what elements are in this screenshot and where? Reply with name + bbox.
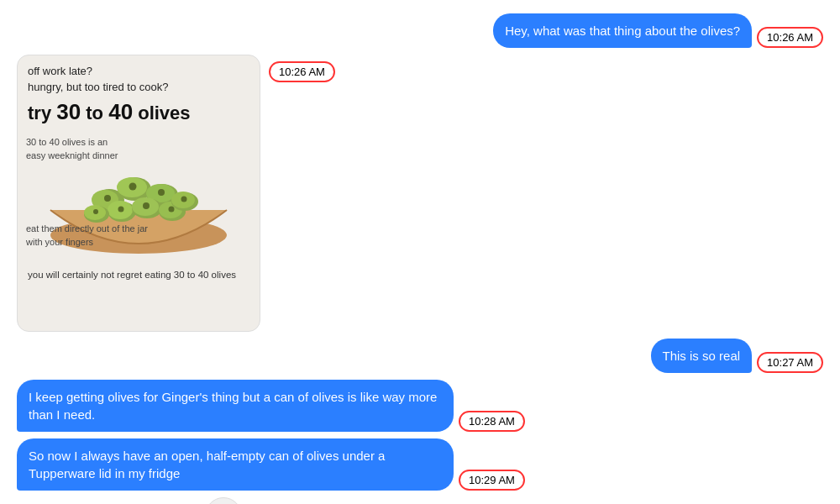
message-row-2: off work late? hungry, but too tired to … xyxy=(17,55,823,332)
message-row-3: This is so real 10:27 AM xyxy=(17,339,823,373)
bubble-5: So now I always have an open, half-empty… xyxy=(17,438,454,491)
meme-bottom-text: you will certainly not regret eating 30 … xyxy=(18,265,260,285)
bubble-4: I keep getting olives for Ginger's thing… xyxy=(17,380,454,432)
meme-image-area: 30 to 40 olives is an easy weeknight din… xyxy=(18,130,260,265)
message-row-1: Hey, what was that thing about the olive… xyxy=(17,13,823,48)
time-badge-4: 10:28 AM xyxy=(459,411,525,432)
message-row-5: So now I always have an open, half-empty… xyxy=(17,438,823,491)
meme-overlay-text: 30 to 40 olives is an easy weeknight din… xyxy=(18,130,260,255)
haha-reaction: HAHA xyxy=(205,497,242,504)
chat-container: Hey, what was that thing about the olive… xyxy=(0,0,840,504)
bubble-1: Hey, what was that thing about the olive… xyxy=(493,13,752,48)
time-badge-1: 10:26 AM xyxy=(757,27,823,48)
time-badge-3: 10:27 AM xyxy=(757,352,823,373)
message-group-6: HAHA And this is very much its fate 10:2… xyxy=(20,497,823,504)
haha-reaction-wrapper: HAHA xyxy=(205,497,242,504)
meme-text-top: off work late? hungry, but too tired to … xyxy=(18,55,260,99)
bubble-3: This is so real xyxy=(651,339,753,373)
meme-image-card: off work late? hungry, but too tired to … xyxy=(17,55,260,332)
time-badge-2: 10:26 AM xyxy=(269,61,335,82)
time-badge-5: 10:29 AM xyxy=(459,470,525,491)
message-row-4: I keep getting olives for Ginger's thing… xyxy=(17,380,823,432)
meme-title: try 30 to 40 olives xyxy=(18,99,260,130)
